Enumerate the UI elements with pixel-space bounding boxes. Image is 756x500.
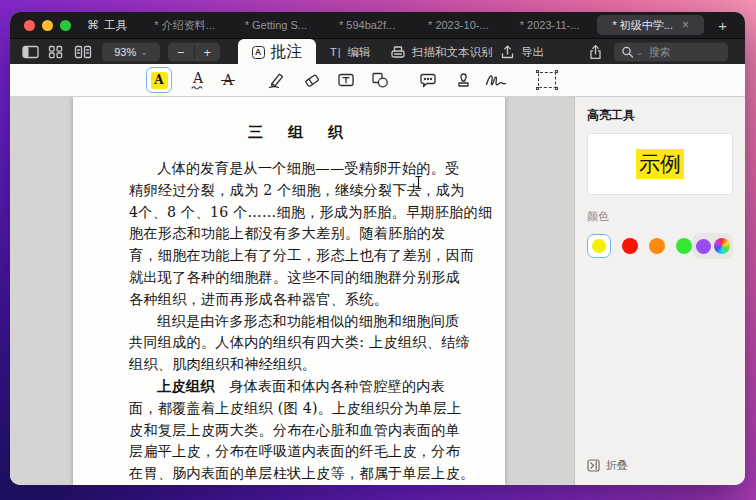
- document-line: 共同组成的。人体内的组织有四大类: 上皮组织、结缔: [129, 332, 467, 354]
- export-button[interactable]: 导出: [500, 44, 544, 59]
- pdf-page[interactable]: 三 组 织 人体的发育是从一个细胞——受精卵开始的。受 精卵经过分裂，成为 2 …: [73, 97, 505, 485]
- shapes-icon: [371, 72, 389, 89]
- squiggly-underline-tool[interactable]: A: [191, 71, 205, 90]
- document-line: 面，都覆盖着上皮组织 (图 4)。上皮组织分为单层上: [129, 398, 467, 420]
- main-toolbar: 93% ⌄ − + A 批注 T| 编辑 扫描和文本识别 导出: [10, 38, 745, 64]
- tools-menu[interactable]: ⌘ 工具: [81, 18, 139, 33]
- strikeout-line-icon: [221, 80, 235, 81]
- export-arrow-icon: [500, 44, 515, 59]
- highlight-preview-card: 示例: [587, 133, 733, 195]
- color-swatch-row: [587, 233, 733, 259]
- close-window-button[interactable]: [24, 20, 35, 31]
- document-line: 组织、肌肉组织和神经组织。: [129, 354, 467, 376]
- selection-handle-icon: [536, 70, 539, 73]
- titlebar: ⌘ 工具 * 介绍资料... * Getting S... * 594ba2f.…: [10, 12, 745, 38]
- signature-icon: [485, 72, 507, 88]
- strikeout-tool[interactable]: A: [223, 73, 233, 87]
- document-line: 层扁平上皮，分布在呼吸道内表面的纤毛上皮，分布: [129, 441, 467, 463]
- sidebar-panel-icon: [22, 45, 39, 59]
- yellow-color-icon: [592, 239, 606, 253]
- tab-annotate[interactable]: A 批注: [238, 39, 316, 65]
- selection-handle-icon: [536, 87, 539, 90]
- highlight-preview-text: 示例: [636, 149, 684, 179]
- traffic-lights: [10, 20, 81, 31]
- minimize-window-button[interactable]: [42, 20, 53, 31]
- zoom-stepper: − +: [168, 42, 220, 61]
- collapse-icon: [587, 459, 600, 472]
- tab-document-active[interactable]: * 初级中学... ×: [597, 15, 704, 35]
- search-input[interactable]: [647, 45, 719, 59]
- search-field[interactable]: ⌄: [614, 42, 728, 61]
- annotate-tab-label: 批注: [271, 42, 303, 63]
- stamp-icon: [455, 72, 472, 89]
- active-tab-label: * 初级中学...: [612, 18, 673, 33]
- highlight-icon: A: [151, 72, 168, 89]
- stamp-tool[interactable]: [455, 72, 472, 89]
- color-swatch-orange[interactable]: [649, 238, 665, 254]
- tab-document-4[interactable]: * 2023-10-...: [413, 19, 504, 31]
- squiggly-letter-icon: A: [193, 71, 203, 85]
- tab-document-5[interactable]: * 2023-11-...: [504, 19, 595, 31]
- fullscreen-window-button[interactable]: [60, 20, 71, 31]
- tab-document-1[interactable]: * 介绍资料...: [139, 18, 230, 33]
- document-line: 上皮组织 身体表面和体内各种管腔壁的内表: [129, 376, 467, 398]
- two-page-view-button[interactable]: [74, 45, 92, 59]
- app-window: ⌘ 工具 * 介绍资料... * Getting S... * 594ba2f.…: [10, 12, 745, 485]
- scan-ocr-button[interactable]: 扫描和文本识别: [390, 44, 493, 59]
- search-options-chevron-icon: ⌄: [636, 47, 643, 56]
- shapes-tool[interactable]: [371, 72, 389, 89]
- two-page-icon: [74, 45, 92, 59]
- content-area: 三 组 织 人体的发育是从一个细胞——受精卵开始的。受 精卵经过分裂，成为 2 …: [10, 97, 745, 485]
- sidebar-toggle-button[interactable]: [22, 45, 39, 59]
- color-wheel-icon[interactable]: [714, 238, 730, 254]
- comment-tool[interactable]: [419, 72, 437, 89]
- document-line: 4个、8 个、16 个……细胞，形成为胚胎。早期胚胎的细: [129, 202, 467, 224]
- tools-menu-label: 工具: [104, 18, 127, 33]
- tools-icon: ⌘: [87, 18, 99, 32]
- zoom-level-dropdown[interactable]: 93% ⌄: [102, 42, 160, 61]
- thumbnail-view-button[interactable]: [48, 45, 63, 59]
- zoom-in-button[interactable]: +: [194, 44, 221, 59]
- tab-strip: * 介绍资料... * Getting S... * 594ba2f... * …: [139, 12, 745, 38]
- edit-text-icon: T|: [330, 46, 342, 58]
- select-area-tool[interactable]: [538, 72, 556, 88]
- scanner-icon: [390, 44, 406, 59]
- document-line: 就出现了各种的细胞群。这些不同的细胞群分别形成: [129, 267, 467, 289]
- color-swatch-yellow-selected[interactable]: [587, 234, 611, 258]
- share-icon: [588, 44, 603, 60]
- share-button[interactable]: [588, 44, 603, 60]
- color-swatch-green[interactable]: [676, 238, 692, 254]
- chevron-down-icon: ⌄: [140, 47, 148, 57]
- document-line: 皮和复层上皮两大类。分布在心脏和血管内表面的单: [129, 420, 467, 442]
- color-swatch-red[interactable]: [622, 238, 638, 254]
- highlight-tool-panel: 高亮工具 示例 颜色 折叠: [574, 97, 745, 485]
- color-swatch-purple[interactable]: [696, 239, 711, 254]
- document-line: 各种组织，进而再形成各种器官、系统。: [129, 289, 467, 311]
- new-tab-button[interactable]: +: [706, 17, 745, 34]
- more-colors-group: [693, 233, 733, 259]
- tab-edit[interactable]: T| 编辑: [330, 44, 371, 59]
- highlight-tool-selected[interactable]: A: [146, 67, 172, 93]
- scan-ocr-label: 扫描和文本识别: [412, 44, 493, 59]
- collapse-label: 折叠: [606, 458, 628, 473]
- pen-tool[interactable]: [267, 71, 286, 89]
- signature-tool[interactable]: [485, 72, 507, 88]
- document-line: 胞在形态和功能上都没有多大差别。随着胚胎的发: [129, 223, 467, 245]
- eraser-tool[interactable]: [303, 72, 321, 89]
- colors-label: 颜色: [587, 209, 733, 224]
- zoom-out-button[interactable]: −: [168, 44, 194, 59]
- tab-document-2[interactable]: * Getting S...: [230, 19, 321, 31]
- selection-handle-icon: [555, 87, 558, 90]
- close-tab-icon[interactable]: ×: [682, 19, 689, 31]
- comment-bubble-icon: [419, 72, 437, 89]
- thumbnails-grid-icon: [48, 45, 63, 59]
- zoom-level-value: 93%: [114, 46, 136, 58]
- text-box-icon: [337, 72, 355, 89]
- document-line: 在胃、肠内表面的单层柱状上皮等，都属于单层上皮。: [129, 463, 467, 485]
- tab-document-3[interactable]: * 594ba2f...: [321, 19, 412, 31]
- document-heading: 三 组 织: [129, 123, 467, 142]
- text-box-tool[interactable]: [337, 72, 355, 89]
- collapse-panel-button[interactable]: 折叠: [587, 458, 628, 473]
- panel-title: 高亮工具: [587, 107, 733, 124]
- annotation-toolbar: A A A: [10, 64, 745, 97]
